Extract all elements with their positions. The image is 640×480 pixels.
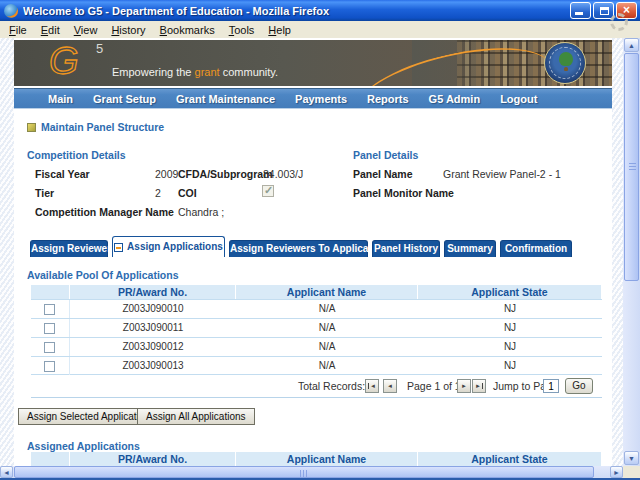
table-row: Z003J090010 N/A NJ [31,299,602,318]
banner-tagline: Empowering the grant community. [112,66,278,78]
page-title-icon [27,123,36,132]
g5-logo-sup: 5 [96,41,103,56]
first-page-button[interactable]: ◄ [365,379,379,393]
page-background: G 5 Empowering the grant community. Main… [0,38,623,466]
prev-page-button[interactable]: ◄ [383,379,397,393]
assigned-applications-table: PR/Award No. Applicant Name Applicant St… [31,452,602,466]
active-tab-icon [114,243,123,252]
cell-applicant-state: NJ [418,319,602,337]
department-of-education-seal-icon [544,42,586,84]
tab-assign-reviewers[interactable]: Assign Reviewers [30,240,108,257]
horizontal-scroll-thumb[interactable] [14,466,594,478]
nav-bar: Main Grant Setup Grant Maintenance Payme… [14,88,612,109]
table-row: Z003J090013 N/A NJ [31,356,602,375]
tab-summary[interactable]: Summary [444,240,496,257]
menu-item-edit[interactable]: Edit [34,23,67,37]
cell-pr-award: Z003J090012 [70,338,236,356]
col-header-applicant-state: Applicant State [418,452,602,466]
nav-item-grant-setup[interactable]: Grant Setup [83,93,166,105]
cfda-value: 84.003/J [263,168,303,180]
cell-pr-award: Z003J090013 [70,357,236,375]
cell-applicant-state: NJ [418,300,602,318]
competition-manager-value: Chandra ; [178,206,224,218]
page-content: G 5 Empowering the grant community. Main… [14,38,612,466]
nav-item-logout[interactable]: Logout [490,93,547,105]
row-checkbox[interactable] [44,304,55,315]
vertical-scrollbar[interactable]: ▲ ▼ [623,38,640,466]
minimize-icon [575,12,583,15]
menu-item-help[interactable]: Help [261,23,298,37]
banner: G 5 Empowering the grant community. [14,40,612,86]
cell-applicant-state: NJ [418,357,602,375]
row-checkbox[interactable] [44,323,55,334]
available-applications-table: PR/Award No. Applicant Name Applicant St… [31,285,602,375]
nav-item-g5-admin[interactable]: G5 Admin [419,93,491,105]
panel-name-label: Panel Name [353,168,413,180]
last-page-button[interactable]: ► [472,379,486,393]
competition-manager-label: Competition Manager Name [35,206,174,218]
panel-details-heading: Panel Details [353,149,418,161]
col-header-select [31,452,70,466]
col-header-applicant-name: Applicant Name [236,452,418,466]
table-row: Z003J090012 N/A NJ [31,337,602,356]
cell-applicant-name: N/A [236,338,418,356]
tab-confirmation[interactable]: Confirmation [500,240,572,257]
menu-item-tools[interactable]: Tools [222,23,262,37]
nav-item-grant-maintenance[interactable]: Grant Maintenance [166,93,285,105]
total-records: Total Records: 4 [298,380,374,392]
coi-label: COI [178,187,197,199]
pagination-bar: Total Records: 4 ◄ ◄ Page 1 of 1 ► ► Jum… [31,375,602,398]
assign-all-button[interactable]: Assign All Applications [137,408,255,425]
col-header-pr-award: PR/Award No. [70,285,236,299]
tier-value: 2 [155,187,161,199]
panel-name-value: Grant Review Panel-2 - 1 [443,168,561,180]
tab-assign-applications[interactable]: Assign Applications [112,236,225,257]
row-checkbox[interactable] [44,342,55,353]
coi-checkbox [262,185,274,197]
go-button[interactable]: Go [565,378,593,394]
next-page-button[interactable]: ► [457,379,471,393]
scroll-left-button[interactable]: ◄ [0,466,13,478]
cell-applicant-state: NJ [418,338,602,356]
menu-item-history[interactable]: History [104,23,152,37]
jump-to-page-input[interactable] [543,379,559,393]
minimize-button[interactable] [570,2,591,19]
vertical-scroll-thumb[interactable] [624,53,639,281]
panel-monitor-label: Panel Monitor Name [353,187,454,199]
scroll-up-button[interactable]: ▲ [624,38,639,52]
col-header-applicant-name: Applicant Name [236,285,418,299]
nav-item-main[interactable]: Main [38,93,83,105]
cell-applicant-name: N/A [236,300,418,318]
scroll-right-button[interactable]: ► [610,466,623,478]
cfda-label: CFDA/Subprogram [178,168,273,180]
scrollbar-corner [623,466,640,478]
assigned-applications-heading: Assigned Applications [27,440,140,452]
cell-pr-award: Z003J090010 [70,300,236,318]
scroll-down-button[interactable]: ▼ [624,451,639,465]
available-pool-heading: Available Pool Of Applications [27,269,179,281]
tab-assign-reviewers-to-applications[interactable]: Assign Reviewers To Applications [229,240,368,257]
col-header-applicant-state: Applicant State [418,285,602,299]
page-indicator: Page 1 of 1 [407,380,461,392]
menu-item-view[interactable]: View [67,23,105,37]
cell-applicant-name: N/A [236,319,418,337]
fiscal-year-value: 2009 [155,168,178,180]
menu-bar: File Edit View History Bookmarks Tools H… [0,21,640,38]
col-header-select [31,285,70,299]
horizontal-scrollbar[interactable]: ◄ ► [0,466,623,478]
nav-item-reports[interactable]: Reports [357,93,419,105]
row-checkbox[interactable] [44,361,55,372]
menu-item-bookmarks[interactable]: Bookmarks [153,23,222,37]
table-header-row: PR/Award No. Applicant Name Applicant St… [31,452,602,466]
menu-item-file[interactable]: File [2,23,34,37]
nav-item-payments[interactable]: Payments [285,93,357,105]
tab-panel-history[interactable]: Panel History [372,240,440,257]
competition-details-heading: Competition Details [27,149,126,161]
tab-bar: Assign Reviewers Assign Applications Ass… [30,236,576,257]
col-header-pr-award: PR/Award No. [70,452,236,466]
cell-pr-award: Z003J090011 [70,319,236,337]
restore-icon [600,7,609,15]
cell-applicant-name: N/A [236,357,418,375]
table-row: Z003J090011 N/A NJ [31,318,602,337]
page-title: Maintain Panel Structure [41,121,164,133]
